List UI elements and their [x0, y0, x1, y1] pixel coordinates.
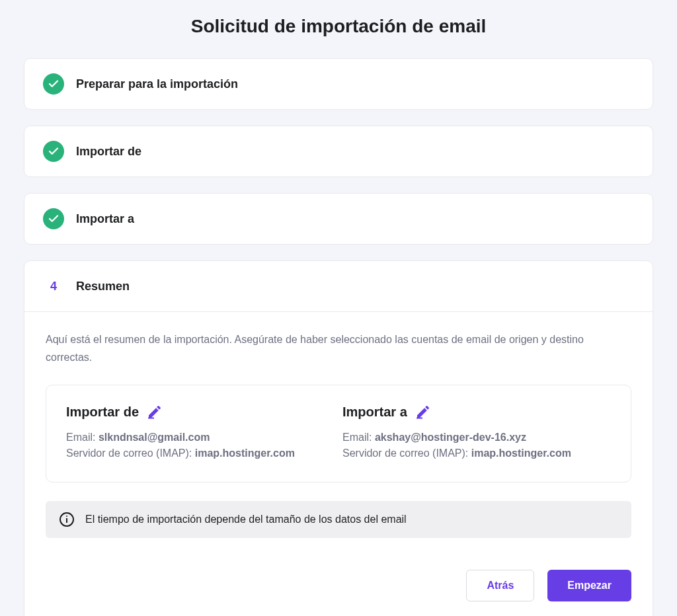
- svg-point-4: [66, 516, 67, 517]
- summary-to-server: Servidor de correo (IMAP): imap.hostinge…: [342, 447, 611, 459]
- start-button[interactable]: Empezar: [547, 570, 631, 601]
- step-number: 4: [43, 276, 64, 297]
- svg-rect-0: [148, 418, 154, 419]
- summary-from-server: Servidor de correo (IMAP): imap.hostinge…: [66, 447, 335, 459]
- summary-to-email: Email: akshay@hostinger-dev-16.xyz: [342, 432, 611, 443]
- step-card-import-to[interactable]: Importar a: [24, 193, 653, 245]
- step-label: Importar de: [76, 145, 141, 159]
- summary-to: Importar a Email: akshay@hostinger-dev-1…: [342, 404, 611, 463]
- summary-from-email: Email: slkndnsal@gmail.com: [66, 432, 335, 443]
- check-icon: [43, 208, 64, 229]
- info-banner: El tiempo de importación depende del tam…: [46, 501, 631, 538]
- summary-from-title: Importar de: [66, 404, 139, 420]
- edit-icon[interactable]: [147, 404, 163, 420]
- step-card-summary: 4 Resumen Aquí está el resumen de la imp…: [24, 260, 653, 616]
- info-icon: [59, 512, 75, 527]
- svg-rect-1: [417, 418, 422, 419]
- summary-from: Importar de Email: slkndnsal@gmail.com S…: [66, 404, 335, 463]
- back-button[interactable]: Atrás: [466, 570, 534, 601]
- summary-box: Importar de Email: slkndnsal@gmail.com S…: [46, 385, 631, 482]
- step-label: Resumen: [76, 280, 130, 293]
- check-icon: [43, 141, 64, 162]
- check-icon: [43, 73, 64, 95]
- step-label: Importar a: [76, 212, 134, 226]
- step-card-prepare[interactable]: Preparar para la importación: [24, 58, 653, 110]
- summary-to-title: Importar a: [342, 404, 407, 420]
- summary-description: Aquí está el resumen de la importación. …: [46, 330, 631, 366]
- step-card-import-from[interactable]: Importar de: [24, 126, 653, 177]
- page-title: Solicitud de importación de email: [24, 16, 653, 37]
- button-row: Atrás Empezar: [46, 570, 631, 601]
- edit-icon[interactable]: [415, 404, 431, 420]
- step-label: Preparar para la importación: [76, 77, 238, 91]
- info-text: El tiempo de importación depende del tam…: [85, 514, 407, 525]
